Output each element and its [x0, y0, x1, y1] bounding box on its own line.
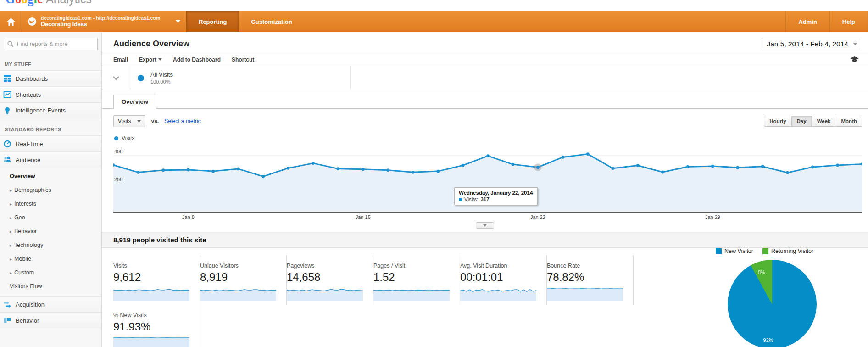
metric-sparkline [113, 336, 189, 347]
sidebar-subitem-geo[interactable]: Geo [0, 211, 101, 224]
visitor-type-chart: New Visitor Returning Visitor 92% 8% [716, 248, 868, 347]
export-button[interactable]: Export [139, 56, 162, 63]
granularity-month[interactable]: Month [836, 116, 862, 127]
logo-letter: o [15, 0, 22, 6]
sidebar-item-acquisition[interactable]: Acquisition [0, 296, 101, 312]
returning-visitor-swatch [762, 248, 768, 254]
collapse-chart-icon [483, 224, 487, 227]
metric-label: Pages / Visit [373, 263, 450, 269]
logo-letter: g [28, 0, 34, 6]
x-axis-tick: Jan 15 [356, 214, 371, 220]
sidebar-item-shortcuts[interactable]: Shortcuts [0, 86, 101, 102]
granularity-hourly[interactable]: Hourly [764, 116, 791, 127]
report-actions-bar: Email Export Add to Dashboard Shortcut [102, 53, 868, 66]
logo-letter: G [6, 0, 15, 6]
metric-sparkline [287, 286, 363, 301]
metric-card-visits: Visits 9,612 [113, 255, 200, 305]
sidebar-item-label: Real-Time [16, 140, 43, 147]
sidebar-subitem-behavior[interactable]: Behavior [0, 224, 101, 238]
granularity-week[interactable]: Week [812, 116, 836, 127]
segment-donut-icon [138, 75, 144, 81]
behavior-icon [3, 316, 11, 325]
metric-label: Avg. Visit Duration [460, 263, 536, 269]
sidebar-subitem-interests[interactable]: Interests [0, 197, 101, 211]
metric-value: 9,612 [113, 271, 189, 284]
metric-label: Visits [113, 263, 189, 269]
metric-cards: Visits 9,612 Unique Visitors 8,919 Pagev… [113, 255, 634, 347]
metric-card-bounce-rate: Bounce Rate 78.82% [547, 255, 634, 305]
segment-name: All Visits [150, 71, 173, 79]
segment-all-visits[interactable]: All Visits 100.00% [130, 66, 351, 90]
tab-reporting[interactable]: Reporting [186, 11, 239, 32]
visitors-pie: 92% 8% [728, 260, 817, 347]
metric-sparkline [373, 286, 450, 301]
report-tab-bar: Overview [102, 90, 868, 109]
tooltip-metric-line: Visits: 317 [459, 196, 533, 202]
metric-selector-label: Visits [118, 118, 131, 124]
sidebar-item-behavior[interactable]: Behavior [0, 312, 101, 328]
metric-value: 91.93% [113, 320, 189, 333]
sidebar: MY STUFF Dashboards Shortcuts Intelligen… [0, 32, 102, 347]
home-button[interactable] [0, 11, 22, 32]
education-icon[interactable] [850, 56, 859, 63]
sidebar-subitem-custom[interactable]: Custom [0, 266, 101, 280]
tooltip-metric-label: Visits: [464, 196, 478, 202]
search-icon [7, 41, 14, 47]
account-url: decoratingideas1.com - http://decorating… [41, 15, 160, 21]
sidebar-item-label: Dashboards [16, 75, 48, 82]
collapse-chart-button[interactable] [476, 222, 494, 229]
my-stuff-heading: MY STUFF [0, 53, 101, 70]
metric-label: Bounce Rate [547, 263, 623, 269]
top-navigation-bar: decoratingideas1.com - http://decorating… [0, 11, 868, 32]
email-button[interactable]: Email [113, 56, 128, 63]
sidebar-subitem-demographics[interactable]: Demographics [0, 183, 101, 197]
sidebar-subitem-overview[interactable]: Overview [0, 169, 101, 183]
sidebar-subitem-visitors-flow[interactable]: Visitors Flow [0, 280, 101, 293]
metric-sparkline [113, 286, 189, 301]
new-visitor-swatch [716, 248, 722, 254]
real-time-icon [3, 140, 11, 148]
account-dropdown-icon [176, 20, 180, 23]
export-dropdown-icon [158, 58, 162, 61]
sidebar-item-label: Audience [16, 157, 40, 163]
sidebar-item-label: Intelligence Events [16, 107, 66, 114]
google-analytics-logo: GoogleAnalytics [6, 0, 92, 6]
sidebar-item-dashboards[interactable]: Dashboards [0, 70, 101, 86]
sidebar-item-label: Acquisition [16, 301, 45, 308]
sidebar-item-real-time[interactable]: Real-Time [0, 135, 101, 151]
tab-overview[interactable]: Overview [113, 95, 156, 109]
search-input[interactable] [4, 38, 98, 50]
metric-value: 1.52 [373, 271, 450, 284]
account-selector[interactable]: decoratingideas1.com - http://decorating… [22, 11, 186, 32]
tab-customization[interactable]: Customization [239, 11, 304, 32]
home-icon [6, 17, 16, 26]
sidebar-item-intelligence-events[interactable]: Intelligence Events [0, 102, 101, 118]
select-metric-link[interactable]: Select a metric [164, 118, 200, 124]
sidebar-subitem-technology[interactable]: Technology [0, 238, 101, 252]
shortcut-button[interactable]: Shortcut [232, 56, 254, 63]
metric-value: 78.82% [547, 271, 623, 284]
segment-expander[interactable] [102, 66, 130, 90]
topbar-spacer [304, 11, 785, 32]
x-axis-tick: Jan 29 [705, 214, 720, 220]
sidebar-subitem-mobile[interactable]: Mobile [0, 252, 101, 266]
y-axis-tick: 200 [114, 177, 122, 182]
admin-link[interactable]: Admin [785, 11, 829, 32]
page-title: Audience Overview [113, 39, 189, 49]
granularity-buttons: Hourly Day Week Month [764, 116, 862, 127]
account-text: decoratingideas1.com - http://decorating… [41, 15, 160, 28]
lightbulb-icon [3, 106, 11, 115]
sidebar-item-audience[interactable]: Audience [0, 151, 101, 168]
help-link[interactable]: Help [829, 11, 868, 32]
metric-selector[interactable]: Visits [113, 115, 145, 127]
date-range-selector[interactable]: Jan 5, 2014 - Feb 4, 2014 [762, 38, 862, 50]
visits-chart: 400 200 Wednesday, January 22, 2014 Visi… [113, 144, 862, 213]
audience-icon [3, 156, 11, 164]
visits-legend-label: Visits [122, 135, 134, 141]
metric-card-pages-per-visit: Pages / Visit 1.52 [373, 255, 460, 305]
segment-row: All Visits 100.00% [102, 66, 868, 90]
add-to-dashboard-button[interactable]: Add to Dashboard [173, 56, 221, 63]
metric-value: 14,658 [287, 271, 363, 284]
metric-sparkline [547, 286, 623, 301]
granularity-day[interactable]: Day [792, 116, 812, 127]
